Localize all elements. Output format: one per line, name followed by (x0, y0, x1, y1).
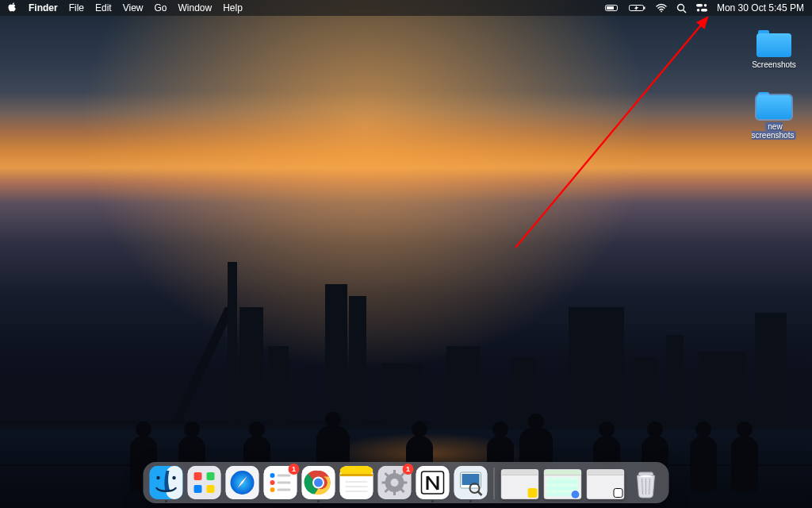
dock-app-reminders[interactable]: 1 (264, 466, 297, 499)
folder-icon (755, 27, 793, 57)
dock-trash[interactable] (630, 466, 663, 499)
svg-point-4 (661, 11, 662, 13)
notification-badge: 1 (289, 464, 300, 475)
svg-point-26 (270, 480, 275, 485)
dock-app-preview[interactable] (454, 466, 488, 499)
menubar: Finder File Edit View Go Window Help Mon… (0, 0, 812, 16)
dock: 1 1 (144, 462, 669, 503)
dock-app-notes[interactable] (340, 466, 373, 499)
dock-app-notion[interactable] (416, 466, 450, 499)
apple-menu-icon[interactable] (8, 2, 17, 13)
running-indicator (317, 500, 320, 502)
running-indicator (165, 500, 167, 502)
svg-point-42 (391, 479, 399, 487)
svg-rect-16 (188, 466, 221, 499)
dock-minimized-window-3[interactable] (587, 469, 625, 499)
svg-rect-20 (207, 485, 215, 493)
svg-point-33 (314, 479, 323, 487)
app-badge-notes-icon (528, 488, 538, 498)
svg-rect-19 (194, 485, 202, 493)
app-badge-chrome-icon (571, 488, 580, 498)
desktop-folder-screenshots[interactable]: Screenshots (745, 27, 802, 69)
svg-point-24 (270, 473, 275, 478)
svg-point-8 (704, 4, 707, 7)
menu-go[interactable]: Go (155, 2, 167, 13)
running-indicator (469, 500, 472, 502)
svg-rect-3 (644, 7, 645, 10)
svg-point-15 (172, 476, 175, 479)
menu-file[interactable]: File (69, 2, 84, 13)
svg-point-5 (677, 4, 684, 10)
svg-rect-36 (340, 474, 373, 476)
desktop-folder-new-screenshots[interactable]: new screenshots (745, 89, 802, 140)
app-badge-notion-icon (614, 488, 623, 498)
progress-menulet-icon[interactable] (605, 3, 619, 13)
battery-status-icon[interactable] (629, 3, 646, 13)
svg-rect-29 (278, 489, 291, 491)
notification-badge: 1 (403, 464, 414, 475)
spotlight-icon[interactable] (676, 3, 687, 13)
running-indicator (431, 500, 434, 502)
menu-edit[interactable]: Edit (95, 2, 112, 13)
folder-icon (755, 89, 793, 119)
svg-line-6 (683, 10, 686, 13)
control-center-icon[interactable] (696, 3, 707, 13)
menu-view[interactable]: View (123, 2, 144, 13)
folder-label: Screenshots (752, 60, 796, 69)
svg-rect-1 (607, 6, 614, 10)
dock-app-safari[interactable] (226, 466, 259, 499)
dock-minimized-window-2[interactable] (544, 469, 582, 499)
svg-point-59 (572, 491, 580, 498)
svg-rect-17 (194, 472, 202, 480)
dock-app-launchpad[interactable] (188, 466, 221, 499)
menu-help[interactable]: Help (223, 2, 243, 13)
folder-label: new screenshots (752, 122, 797, 140)
svg-rect-27 (278, 482, 291, 484)
dock-app-finder[interactable] (150, 466, 183, 499)
datetime-display[interactable]: Mon 30 Oct 5:45 PM (717, 2, 804, 13)
desktop-wallpaper[interactable] (0, 0, 812, 508)
svg-point-28 (270, 487, 275, 492)
active-app-name[interactable]: Finder (29, 2, 58, 13)
svg-rect-18 (207, 472, 215, 480)
menu-window[interactable]: Window (178, 2, 213, 13)
svg-rect-25 (278, 475, 291, 477)
dock-app-system-settings[interactable]: 1 (378, 466, 412, 499)
wifi-status-icon[interactable] (656, 3, 667, 13)
svg-rect-9 (701, 9, 707, 12)
dock-separator (494, 468, 495, 499)
dock-minimized-window-1[interactable] (501, 469, 539, 499)
dock-app-chrome[interactable] (302, 466, 335, 499)
svg-point-14 (156, 476, 159, 479)
svg-point-10 (697, 9, 700, 12)
svg-rect-7 (696, 4, 703, 7)
